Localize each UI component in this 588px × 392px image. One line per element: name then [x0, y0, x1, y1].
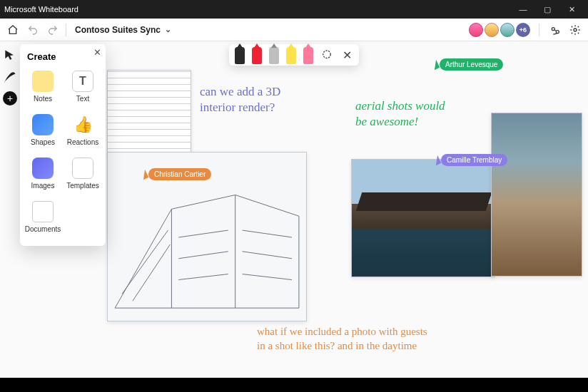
redo-icon[interactable] — [46, 23, 60, 37]
create-notes[interactable]: Notes — [23, 66, 63, 107]
svg-point-0 — [552, 27, 554, 30]
live-cursor-purple: Camille Tremblay — [434, 154, 507, 166]
toolbar-divider — [539, 24, 539, 36]
create-item-label: Templates — [66, 182, 99, 190]
svg-point-2 — [574, 29, 577, 31]
live-cursor-green: Arthur Levesque — [432, 58, 503, 71]
pen-toolbar: ✕ — [229, 44, 359, 66]
create-item-label: Images — [31, 182, 55, 190]
close-icon[interactable]: ✕ — [340, 48, 353, 61]
window-minimize-button[interactable]: — — [511, 5, 535, 14]
pencil-tool[interactable] — [269, 47, 279, 64]
pen-red[interactable] — [252, 47, 262, 64]
undo-icon[interactable] — [26, 23, 40, 37]
create-heading: Create — [23, 50, 103, 66]
ink-note-blue[interactable]: can we add a 3D interior render? — [200, 84, 280, 115]
share-icon[interactable] — [548, 23, 562, 37]
canvas-image-resort[interactable] — [351, 159, 495, 277]
create-images[interactable]: Images — [23, 153, 63, 194]
cursor-label: Christian Cartier — [148, 168, 211, 180]
lasso-icon[interactable] — [320, 48, 333, 61]
thumbs-up-icon: 👍 — [72, 114, 93, 135]
ink-tool-icon[interactable] — [3, 70, 17, 84]
board-name: Contoso Suites Sync — [75, 25, 161, 35]
cursor-arrow-icon — [432, 155, 441, 165]
window-titlebar: Microsoft Whiteboard — ▢ ✕ — [0, 0, 588, 19]
avatar-overflow[interactable]: +6 — [516, 23, 530, 37]
live-cursor-orange: Christian Cartier — [141, 168, 211, 180]
create-documents[interactable]: Documents — [23, 197, 63, 237]
image-icon — [32, 158, 54, 179]
canvas-image-floorplan[interactable] — [107, 70, 191, 155]
side-rail: + — [0, 41, 20, 105]
window-close-button[interactable]: ✕ — [559, 5, 584, 14]
cursor-arrow-icon — [431, 59, 440, 69]
home-icon[interactable] — [6, 23, 20, 37]
create-shapes[interactable]: Shapes — [23, 110, 63, 150]
cursor-label: Arthur Levesque — [440, 58, 503, 71]
highlighter-pink[interactable] — [303, 47, 313, 64]
text-icon: T — [72, 71, 93, 92]
create-item-label: Text — [76, 95, 89, 103]
avatar[interactable] — [500, 23, 514, 37]
cursor-tool-icon[interactable] — [3, 48, 17, 63]
app-title: Microsoft Whiteboard — [4, 5, 511, 14]
whiteboard-canvas[interactable]: + ✕ Create Notes T Text Shapes 👍 Reactio… — [0, 41, 588, 378]
avatar[interactable] — [469, 23, 483, 37]
create-item-label: Shapes — [31, 138, 55, 146]
canvas-image-lobby[interactable] — [491, 113, 582, 277]
add-button[interactable]: + — [3, 91, 17, 105]
cursor-label: Camille Tremblay — [441, 154, 507, 166]
create-item-label: Documents — [25, 225, 61, 233]
create-item-label: Reactions — [67, 138, 98, 146]
pen-black[interactable] — [235, 47, 245, 64]
footer-bar — [0, 378, 588, 392]
create-item-label: Notes — [34, 95, 52, 103]
highlighter-yellow[interactable] — [286, 47, 296, 64]
chevron-down-icon: ⌄ — [165, 25, 171, 34]
app-toolbar: Contoso Suites Sync ⌄ +6 — [0, 19, 588, 41]
templates-icon — [72, 158, 93, 179]
close-icon[interactable]: ✕ — [93, 47, 101, 58]
cursor-arrow-icon — [140, 169, 148, 179]
create-templates[interactable]: Templates — [63, 153, 103, 194]
ink-note-green[interactable]: aerial shots would be awesome! — [355, 98, 445, 130]
settings-gear-icon[interactable] — [568, 23, 582, 37]
window-restore-button[interactable]: ▢ — [535, 5, 559, 14]
sticky-note-icon — [32, 71, 54, 92]
avatar[interactable] — [485, 23, 499, 37]
document-icon — [32, 201, 54, 222]
ink-note-orange[interactable]: what if we included a photo with guests … — [257, 325, 427, 353]
board-title-dropdown[interactable]: Contoso Suites Sync ⌄ — [75, 25, 171, 35]
create-reactions[interactable]: 👍 Reactions — [63, 110, 103, 150]
shapes-icon — [32, 114, 54, 135]
create-panel: ✕ Create Notes T Text Shapes 👍 Reactions… — [20, 44, 106, 246]
create-text[interactable]: T Text — [63, 66, 103, 107]
svg-point-3 — [323, 51, 331, 58]
toolbar-divider — [66, 24, 66, 36]
presence-avatars[interactable]: +6 — [469, 23, 530, 37]
